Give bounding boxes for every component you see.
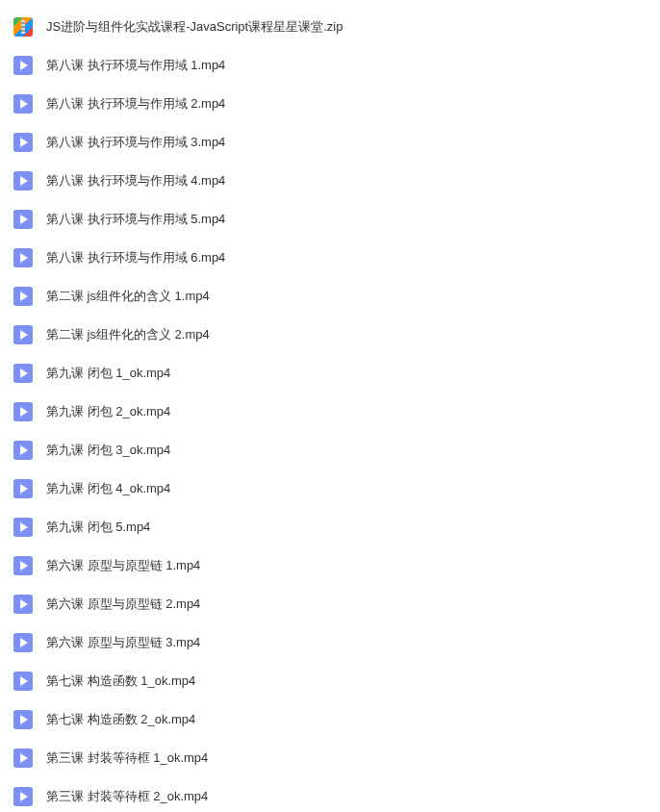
file-item[interactable]: 第八课 执行环境与作用域 4.mp4 (0, 162, 660, 200)
file-item[interactable]: 第六课 原型与原型链 2.mp4 (0, 585, 660, 623)
video-icon (13, 248, 33, 267)
file-item[interactable]: 第二课 js组件化的含义 1.mp4 (0, 277, 660, 316)
file-item[interactable]: 第二课 js组件化的含义 2.mp4 (0, 316, 660, 354)
video-icon (13, 749, 33, 768)
video-icon (13, 94, 33, 114)
file-name: 第六课 原型与原型链 3.mp4 (46, 634, 200, 651)
video-icon (13, 672, 33, 691)
video-icon (13, 325, 33, 344)
file-name: 第八课 执行环境与作用域 1.mp4 (46, 57, 225, 74)
file-item[interactable]: 第九课 闭包 3_ok.mp4 (0, 431, 660, 469)
file-item[interactable]: 第八课 执行环境与作用域 5.mp4 (0, 200, 660, 239)
video-icon (13, 633, 33, 652)
video-icon (13, 441, 33, 460)
video-icon (13, 402, 33, 421)
file-name: 第二课 js组件化的含义 2.mp4 (46, 326, 210, 343)
file-item[interactable]: 第八课 执行环境与作用域 1.mp4 (0, 46, 660, 85)
video-icon (13, 210, 33, 229)
file-name: 第八课 执行环境与作用域 2.mp4 (46, 95, 225, 113)
video-icon (13, 171, 33, 190)
file-name: 第七课 构造函数 1_ok.mp4 (46, 672, 195, 690)
video-icon (13, 518, 33, 537)
file-item[interactable]: 第八课 执行环境与作用域 2.mp4 (0, 85, 660, 123)
file-item[interactable]: 第九课 闭包 1_ok.mp4 (0, 354, 660, 393)
video-icon (13, 364, 33, 383)
file-item[interactable]: 第八课 执行环境与作用域 6.mp4 (0, 239, 660, 277)
file-item[interactable]: 第八课 执行环境与作用域 3.mp4 (0, 123, 660, 162)
file-name: 第九课 闭包 5.mp4 (46, 519, 150, 536)
file-name: 第七课 构造函数 2_ok.mp4 (46, 711, 195, 728)
file-list: JS进阶与组件化实战课程-JavaScript课程星星课堂.zip第八课 执行环… (0, 8, 660, 812)
file-name: 第九课 闭包 2_ok.mp4 (46, 403, 170, 420)
file-name: 第三课 封装等待框 2_ok.mp4 (46, 788, 208, 805)
file-name: JS进阶与组件化实战课程-JavaScript课程星星课堂.zip (46, 18, 343, 36)
file-item[interactable]: 第六课 原型与原型链 1.mp4 (0, 546, 660, 585)
file-item[interactable]: 第七课 构造函数 1_ok.mp4 (0, 662, 660, 700)
file-name: 第六课 原型与原型链 2.mp4 (46, 596, 200, 613)
file-name: 第二课 js组件化的含义 1.mp4 (46, 288, 210, 305)
video-icon (13, 595, 33, 614)
video-icon (13, 710, 33, 729)
file-item[interactable]: 第三课 封装等待框 2_ok.mp4 (0, 777, 660, 812)
file-item[interactable]: JS进阶与组件化实战课程-JavaScript课程星星课堂.zip (0, 8, 660, 46)
file-name: 第八课 执行环境与作用域 5.mp4 (46, 211, 225, 228)
video-icon (13, 787, 33, 806)
file-item[interactable]: 第七课 构造函数 2_ok.mp4 (0, 700, 660, 739)
file-item[interactable]: 第六课 原型与原型链 3.mp4 (0, 623, 660, 662)
file-item[interactable]: 第九课 闭包 4_ok.mp4 (0, 469, 660, 508)
file-name: 第八课 执行环境与作用域 6.mp4 (46, 249, 225, 266)
file-name: 第三课 封装等待框 1_ok.mp4 (46, 749, 208, 767)
file-item[interactable]: 第九课 闭包 2_ok.mp4 (0, 393, 660, 431)
file-name: 第八课 执行环境与作用域 4.mp4 (46, 172, 225, 190)
archive-icon (13, 17, 33, 37)
video-icon (13, 556, 33, 575)
file-name: 第九课 闭包 3_ok.mp4 (46, 442, 170, 459)
file-item[interactable]: 第三课 封装等待框 1_ok.mp4 (0, 739, 660, 777)
video-icon (13, 133, 33, 152)
video-icon (13, 479, 33, 498)
file-item[interactable]: 第九课 闭包 5.mp4 (0, 508, 660, 546)
video-icon (13, 287, 33, 306)
file-name: 第九课 闭包 1_ok.mp4 (46, 365, 170, 382)
file-name: 第六课 原型与原型链 1.mp4 (46, 557, 200, 574)
file-name: 第九课 闭包 4_ok.mp4 (46, 480, 170, 497)
file-name: 第八课 执行环境与作用域 3.mp4 (46, 134, 225, 151)
video-icon (13, 56, 33, 75)
